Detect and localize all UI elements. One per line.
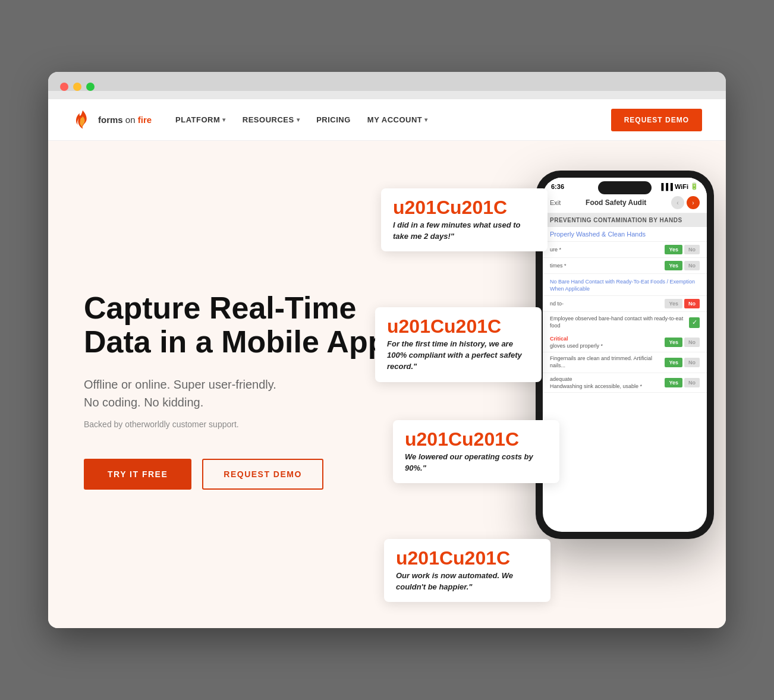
phone-status-icons: ▐▐▐ WiFi 🔋 (659, 182, 699, 190)
hero-support-text: Backed by otherworldly customer support. (84, 420, 393, 429)
phone-exit-label[interactable]: Exit (550, 199, 561, 206)
navbar: forms on fire PLATFORM ▾ RESOURCES ▾ PRI… (48, 99, 726, 141)
yes-no-6: Yes No (665, 378, 700, 387)
nav-links: PLATFORM ▾ RESOURCES ▾ PRICING MY ACCOUN… (175, 109, 702, 131)
phone-observation-text: Employee observed bare-hand contact with… (550, 316, 689, 329)
phone-screen: 6:36 ▐▐▐ WiFi 🔋 Exit Food Safety Audit (543, 178, 707, 532)
testimonial-card-3: We lowered our operating costs by 90%." (393, 420, 559, 483)
testimonial-text-2: For the first time in history, we are 10… (387, 339, 522, 371)
hero-buttons: TRY IT FREE REQUEST DEMO (84, 459, 393, 490)
request-demo-hero-button[interactable]: REQUEST DEMO (202, 459, 323, 490)
page-content: forms on fire PLATFORM ▾ RESOURCES ▾ PRI… (48, 99, 726, 628)
no-btn-1[interactable]: No (684, 245, 700, 254)
phone-item-2: No Bare Hand Contact with Ready-To-Eat F… (543, 274, 707, 296)
logo-text: forms on fire (98, 115, 152, 125)
no-btn-4[interactable]: No (684, 338, 700, 347)
phone-row-1-label: ure * (550, 247, 665, 253)
nav-my-account[interactable]: MY ACCOUNT ▾ (367, 115, 428, 124)
traffic-light-red[interactable] (60, 83, 68, 91)
phone-item-1: Properly Washed & Clean Hands (543, 227, 707, 242)
browser-chrome (48, 72, 726, 91)
yes-btn-4[interactable]: Yes (665, 338, 682, 347)
prev-arrow[interactable]: ‹ (671, 196, 684, 209)
yes-no-3: Yes No (665, 299, 700, 308)
phone-fingernails-row: Fingernails are clean and trimmed. Artif… (543, 352, 707, 373)
nav-resources[interactable]: RESOURCES ▾ (243, 115, 300, 124)
critical-label: Critical (550, 336, 665, 342)
phone-row-3: nd to- Yes No (543, 296, 707, 312)
phone-notch (598, 181, 652, 194)
testimonial-text-4: Our work is now automated. We couldn't b… (396, 571, 513, 591)
no-btn-2[interactable]: No (684, 261, 700, 270)
testimonial-card-4: Our work is now automated. We couldn't b… (384, 539, 550, 602)
phone-row-3-label: nd to- (550, 301, 665, 307)
phone-critical-row: Critical gloves used properly * Yes No (543, 333, 707, 352)
chevron-down-icon: ▾ (424, 116, 428, 123)
testimonial-text-3: We lowered our operating costs by 90%." (405, 452, 533, 472)
traffic-light-green[interactable] (86, 83, 95, 91)
yes-no-4: Yes No (665, 338, 700, 347)
phone-mockup: 6:36 ▐▐▐ WiFi 🔋 Exit Food Safety Audit (536, 171, 714, 539)
phone-item-link-1[interactable]: Properly Washed & Clean Hands (550, 231, 646, 238)
phone-observation-row: Employee observed bare-hand contact with… (543, 312, 707, 333)
phone-handwashing-row: adequate Handwashing sink accessible, us… (543, 373, 707, 393)
yes-no-2: Yes No (665, 261, 700, 270)
testimonial-text-1: I did in a few minutes what used to take… (393, 220, 521, 241)
yes-btn-2[interactable]: Yes (665, 261, 682, 270)
nav-pricing[interactable]: PRICING (316, 115, 351, 124)
logo-icon (72, 109, 93, 131)
yes-btn-6[interactable]: Yes (665, 378, 682, 387)
phone-row-2: times * Yes No (543, 258, 707, 274)
testimonial-card-2: For the first time in history, we are 10… (375, 307, 542, 382)
phone-nav-arrows: ‹ › (671, 196, 700, 209)
hero-subtitle: Offline or online. Super user-friendly. … (84, 376, 393, 411)
no-btn-6[interactable]: No (684, 378, 700, 387)
yes-btn-1[interactable]: Yes (665, 245, 682, 254)
yes-no-1: Yes No (665, 245, 700, 254)
try-it-free-button[interactable]: TRY IT FREE (84, 459, 191, 490)
yes-btn-3[interactable]: Yes (665, 299, 682, 308)
no-btn-5[interactable]: No (684, 358, 700, 367)
testimonial-card-1: I did in a few minutes what used to take… (381, 188, 548, 251)
checkbox-green[interactable]: ✓ (689, 317, 700, 328)
chevron-down-icon: ▾ (297, 116, 300, 123)
chevron-down-icon: ▾ (222, 116, 226, 123)
phone-row-2-label: times * (550, 263, 665, 269)
next-arrow[interactable]: › (687, 196, 700, 209)
yes-no-5: Yes No (665, 358, 700, 367)
no-btn-3-red[interactable]: No (684, 299, 700, 308)
hero-section: Capture Real-Time Data in a Mobile App O… (48, 141, 726, 628)
phone-fingernails-label: Fingernails are clean and trimmed. Artif… (550, 355, 665, 369)
request-demo-nav-button[interactable]: REQUEST DEMO (611, 109, 702, 131)
logo[interactable]: forms on fire (72, 109, 152, 131)
hero-content: Capture Real-Time Data in a Mobile App O… (84, 291, 393, 490)
phone-section-header: PREVENTING CONTAMINATION BY HANDS (543, 213, 707, 227)
phone-app-header: Exit Food Safety Audit ‹ › (543, 193, 707, 213)
phone-form-title: Food Safety Audit (586, 198, 646, 207)
phone-adequate-label: adequate (550, 376, 665, 382)
yes-btn-5[interactable]: Yes (665, 358, 682, 367)
phone-row-5-label: gloves used properly * (550, 343, 665, 349)
nav-platform[interactable]: PLATFORM ▾ (175, 115, 226, 124)
traffic-light-yellow[interactable] (73, 83, 81, 91)
phone-time: 6:36 (551, 183, 564, 190)
hero-title: Capture Real-Time Data in a Mobile App (84, 291, 393, 359)
traffic-lights (60, 83, 714, 91)
hero-visual: I did in a few minutes what used to take… (381, 153, 726, 628)
phone-row-1: ure * Yes No (543, 242, 707, 258)
phone-item-text-2: No Bare Hand Contact with Ready-To-Eat F… (550, 279, 695, 292)
phone-handwashing-label: Handwashing sink accessible, usable * (550, 383, 665, 389)
browser-window: forms on fire PLATFORM ▾ RESOURCES ▾ PRI… (48, 72, 726, 628)
